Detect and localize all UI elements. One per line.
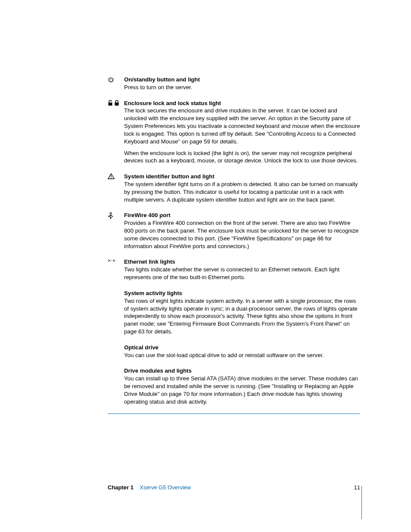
- page-content: On/standby button and light Press to tur…: [108, 76, 360, 414]
- section-divider: [108, 414, 360, 414]
- heading-ethernet: Ethernet link lights: [124, 258, 360, 266]
- section-system-activity: System activity lights Two rows of eight…: [108, 289, 360, 339]
- heading-system-identifier: System identifier button and light: [124, 173, 360, 180]
- chapter-label: Chapter 1: [108, 484, 134, 491]
- body-text: Press to turn on the server.: [124, 84, 360, 91]
- body-text: Provides a FireWire 400 connection on th…: [124, 219, 360, 250]
- svg-rect-2: [109, 103, 112, 106]
- page-edge-rule: [361, 486, 362, 519]
- svg-rect-9: [110, 218, 112, 219]
- svg-point-6: [110, 212, 112, 214]
- chapter-title: Xserve G5 Overview: [140, 484, 191, 491]
- power-icon: [108, 76, 124, 95]
- body-text: You can install up to three Serial ATA (…: [124, 375, 360, 405]
- heading-enclosure-lock: Enclosure lock and lock status light: [124, 100, 360, 107]
- section-on-standby: On/standby button and light Press to tur…: [108, 76, 360, 95]
- body-text: When the enclosure lock is locked (the l…: [124, 149, 360, 165]
- lock-icons: [108, 100, 124, 169]
- section-system-identifier: System identifier button and light The s…: [108, 173, 360, 207]
- body-text: The system identifier light turns on if …: [124, 180, 360, 203]
- heading-firewire: FireWire 400 port: [124, 212, 360, 219]
- body-text: Two lights indicate whether the server i…: [124, 266, 360, 281]
- section-enclosure-lock: Enclosure lock and lock status light The…: [108, 100, 360, 169]
- page-footer: Chapter 1 Xserve G5 Overview 11: [108, 484, 360, 491]
- warning-icon: [108, 173, 124, 207]
- heading-on-standby: On/standby button and light: [124, 76, 360, 84]
- heading-system-activity: System activity lights: [124, 289, 360, 297]
- lock-closed-icon: [114, 100, 119, 106]
- section-drive-modules: Drive modules and lights You can install…: [108, 367, 360, 409]
- section-optical-drive: Optical drive You can use the slot-load …: [108, 344, 360, 363]
- section-ethernet: Ethernet link lights Two lights indicate…: [108, 258, 360, 285]
- svg-rect-3: [115, 103, 119, 106]
- lock-open-icon: [108, 100, 113, 106]
- svg-point-5: [111, 177, 112, 178]
- heading-drive-modules: Drive modules and lights: [124, 367, 360, 375]
- section-firewire: FireWire 400 port Provides a FireWire 40…: [108, 212, 360, 254]
- ethernet-icon: [108, 258, 124, 285]
- body-text: Two rows of eight lights indicate system…: [124, 297, 360, 336]
- svg-rect-8: [109, 216, 110, 217]
- firewire-icon: [108, 212, 124, 254]
- body-text: The lock secures the enclosure and drive…: [124, 107, 360, 145]
- body-text: You can use the slot-load optical drive …: [124, 352, 360, 359]
- page-number: 11: [354, 484, 360, 491]
- heading-optical-drive: Optical drive: [124, 344, 360, 352]
